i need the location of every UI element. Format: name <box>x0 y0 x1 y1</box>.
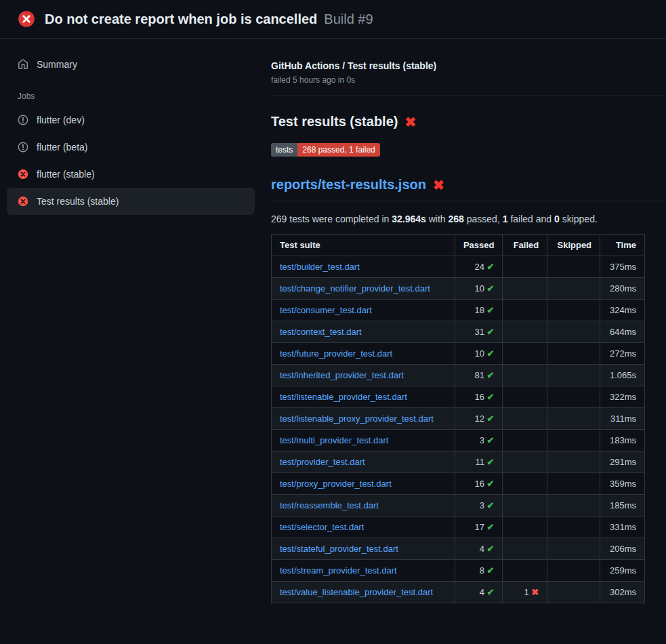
time-cell: 259ms <box>600 560 645 582</box>
section-heading: Test results (stable) ✖ <box>271 114 665 129</box>
table-row: test/listenable_proxy_provider_test.dart… <box>272 408 645 430</box>
suite-link[interactable]: test/value_listenable_provider_test.dart <box>280 587 433 597</box>
skipped-cell <box>547 430 600 451</box>
x-circle-icon <box>18 196 28 207</box>
suite-link[interactable]: test/selector_test.dart <box>280 522 364 532</box>
sidebar-job-item[interactable]: flutter (dev) <box>7 106 255 134</box>
suite-cell: test/stateful_provider_test.dart <box>272 538 455 560</box>
table-row: test/consumer_test.dart18 ✔324ms <box>272 300 645 321</box>
suite-link[interactable]: test/listenable_proxy_provider_test.dart <box>280 414 434 424</box>
page-header: Do not create report when job is cancell… <box>0 0 666 39</box>
suite-link[interactable]: test/context_test.dart <box>280 327 362 337</box>
sidebar-job-item[interactable]: flutter (beta) <box>7 134 255 161</box>
neutral-status-icon <box>18 142 28 153</box>
passed-cell: 16 ✔ <box>455 473 503 495</box>
suite-link[interactable]: test/multi_provider_test.dart <box>280 435 388 445</box>
table-row: test/stateful_provider_test.dart4 ✔206ms <box>272 538 645 560</box>
time-cell: 280ms <box>600 278 645 300</box>
passed-count: 268 <box>449 214 464 224</box>
tests-badge: tests 268 passed, 1 failed <box>271 143 380 157</box>
run-status-line: failed 5 hours ago in 0s <box>271 75 665 85</box>
sidebar-job-label: Test results (stable) <box>37 196 119 207</box>
table-row: test/provider_test.dart11 ✔291ms <box>272 451 645 473</box>
failed-cell <box>503 256 547 278</box>
passed-cell: 16 ✔ <box>455 386 503 408</box>
time-cell: 311ms <box>600 408 645 430</box>
x-circle-icon <box>18 169 28 180</box>
time-cell: 331ms <box>600 517 645 538</box>
duration-value: 32.964s <box>392 214 426 224</box>
suite-link[interactable]: test/future_provider_test.dart <box>280 348 392 359</box>
col-header-skipped: Skipped <box>547 235 600 256</box>
suite-cell: test/proxy_provider_test.dart <box>272 473 455 495</box>
suite-link[interactable]: test/reassemble_test.dart <box>280 500 379 510</box>
table-row: test/stream_provider_test.dart8 ✔259ms <box>272 560 645 582</box>
time-cell: 1.065s <box>600 365 645 386</box>
table-row: test/multi_provider_test.dart3 ✔183ms <box>272 430 645 451</box>
failed-cell <box>503 495 547 517</box>
passed-cell: 81 ✔ <box>455 365 503 386</box>
neutral-status-icon <box>18 115 28 125</box>
table-row: test/listenable_provider_test.dart16 ✔32… <box>272 386 645 408</box>
skipped-cell <box>547 278 600 300</box>
skipped-count: 0 <box>554 214 560 224</box>
suite-cell: test/reassemble_test.dart <box>272 495 455 517</box>
check-icon: ✔ <box>487 414 495 424</box>
suite-link[interactable]: test/provider_test.dart <box>280 457 365 467</box>
results-table: Test suite Passed Failed Skipped Time te… <box>271 234 645 603</box>
table-row: test/value_listenable_provider_test.dart… <box>272 582 645 603</box>
suite-link[interactable]: test/change_notifier_provider_test.dart <box>280 283 430 294</box>
table-row: test/builder_test.dart24 ✔375ms <box>272 256 645 278</box>
passed-cell: 8 ✔ <box>455 560 503 582</box>
breadcrumb: GitHub Actions / Test results (stable) <box>271 60 665 71</box>
failed-cell <box>503 321 547 343</box>
suite-link[interactable]: test/inherited_provider_test.dart <box>280 370 404 380</box>
suite-cell: test/stream_provider_test.dart <box>272 560 455 582</box>
sidebar-job-item[interactable]: flutter (stable) <box>7 161 255 188</box>
skipped-cell <box>547 582 600 603</box>
suite-link[interactable]: test/stream_provider_test.dart <box>280 565 397 576</box>
suite-cell: test/value_listenable_provider_test.dart <box>272 582 455 603</box>
suite-link[interactable]: test/listenable_provider_test.dart <box>280 392 407 402</box>
suite-cell: test/context_test.dart <box>272 321 455 343</box>
report-file-link[interactable]: reports/test-results.json <box>271 177 426 193</box>
sidebar-job-label: flutter (stable) <box>37 169 95 180</box>
suite-link[interactable]: test/builder_test.dart <box>280 262 360 272</box>
sidebar-item-summary[interactable]: Summary <box>7 51 255 78</box>
check-icon: ✔ <box>487 305 495 315</box>
suite-cell: test/selector_test.dart <box>272 517 455 538</box>
passed-cell: 17 ✔ <box>455 517 503 538</box>
check-icon: ✔ <box>487 435 495 445</box>
skipped-cell <box>547 495 600 517</box>
home-icon <box>18 59 28 70</box>
sidebar-job-label: flutter (dev) <box>37 115 85 125</box>
time-cell: 324ms <box>600 300 645 321</box>
check-icon: ✔ <box>487 479 495 489</box>
passed-cell: 11 ✔ <box>455 451 503 473</box>
check-icon: ✔ <box>487 327 495 337</box>
failed-cell <box>503 473 547 495</box>
sidebar-job-item[interactable]: Test results (stable) <box>7 188 255 215</box>
skipped-cell <box>547 386 600 408</box>
time-cell: 359ms <box>600 473 645 495</box>
skipped-cell <box>547 538 600 560</box>
suite-link[interactable]: test/proxy_provider_test.dart <box>280 479 392 489</box>
check-icon: ✔ <box>487 348 495 359</box>
suite-cell: test/listenable_provider_test.dart <box>272 386 455 408</box>
time-cell: 183ms <box>600 430 645 451</box>
failed-cell <box>503 408 547 430</box>
failed-cell <box>503 517 547 538</box>
suite-cell: test/inherited_provider_test.dart <box>272 365 455 386</box>
time-cell: 185ms <box>600 495 645 517</box>
table-row: test/inherited_provider_test.dart81 ✔1.0… <box>272 365 645 386</box>
table-row: test/change_notifier_provider_test.dart1… <box>272 278 645 300</box>
passed-cell: 24 ✔ <box>455 256 503 278</box>
suite-link[interactable]: test/stateful_provider_test.dart <box>280 544 398 554</box>
failed-cell <box>503 300 547 321</box>
suite-cell: test/provider_test.dart <box>272 451 455 473</box>
failed-cell <box>503 560 547 582</box>
suite-link[interactable]: test/consumer_test.dart <box>280 305 372 315</box>
badge-label: tests <box>271 143 297 157</box>
sidebar-summary-label: Summary <box>37 59 77 70</box>
failed-cell <box>503 451 547 473</box>
